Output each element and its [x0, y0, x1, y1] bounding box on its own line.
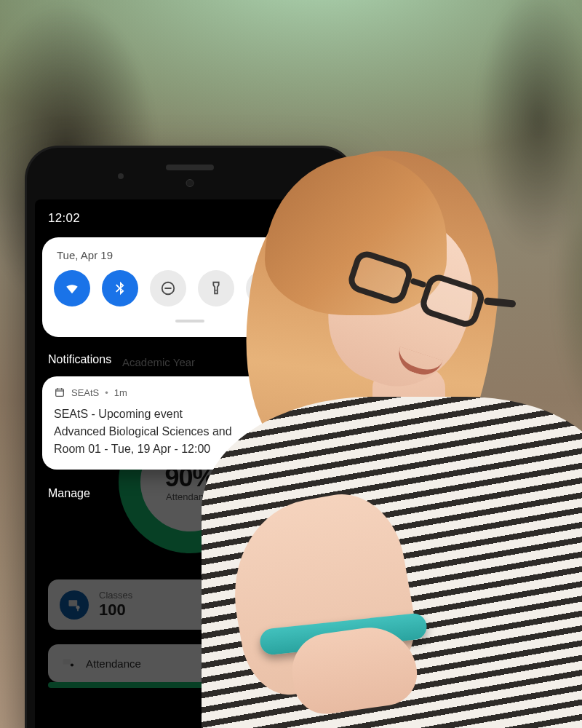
wifi-status-icon: [295, 250, 307, 261]
quick-settings-panel[interactable]: Tue, Apr 19: [42, 237, 338, 337]
notifications-section-label: Notifications: [35, 337, 345, 372]
svg-rect-2: [77, 609, 79, 611]
classes-value: 100: [99, 601, 132, 620]
auto-rotate-icon: [256, 280, 272, 296]
today-card: To: [239, 579, 332, 630]
phone-speaker: [166, 165, 214, 170]
cellular-status-icon: [311, 250, 323, 261]
notification-line-3: Room 01 - Tue, 19 Apr - 12:00: [54, 440, 326, 458]
manage-notifications-button[interactable]: Manage: [35, 470, 345, 500]
phone-camera: [186, 179, 194, 187]
notification-app-name: SEAtS: [71, 387, 99, 398]
attendance-bar-icon: [61, 656, 76, 670]
attendance-bar-track: [48, 682, 332, 688]
attendance-bar: Attendance 90%: [48, 644, 332, 682]
do-not-disturb-icon: [160, 280, 176, 296]
qs-tile-bluetooth[interactable]: [102, 270, 138, 306]
classes-label: Classes: [99, 590, 132, 601]
wifi-icon: [64, 280, 80, 296]
svg-rect-8: [56, 389, 64, 396]
shade-drag-handle[interactable]: [175, 320, 204, 323]
quick-settings-date: Tue, Apr 19: [57, 249, 113, 261]
notification-age: 1m: [114, 387, 127, 398]
classes-icon: [60, 590, 89, 620]
phone-sensor: [118, 173, 124, 179]
notification-line-1: SEAtS - Upcoming event: [54, 405, 326, 423]
status-icons: [295, 250, 323, 261]
bluetooth-icon: [112, 280, 128, 296]
notification-line-2: Advanced Biological Sciences and: [54, 423, 326, 440]
svg-point-7: [215, 290, 217, 291]
notification-shade[interactable]: 12:02 Tue, Apr 19: [35, 199, 345, 500]
svg-point-4: [71, 663, 73, 666]
classes-card: Classes 100: [48, 579, 226, 630]
svg-rect-3: [63, 659, 71, 665]
notification-card[interactable]: SEAtS • 1m SEAtS - Upcoming event Advanc…: [42, 376, 338, 470]
flashlight-icon: [208, 280, 224, 296]
qs-tile-wifi[interactable]: [54, 270, 90, 306]
attendance-bar-value: 90%: [297, 657, 319, 670]
svg-rect-0: [69, 600, 78, 606]
calendar-icon: [54, 387, 65, 398]
qs-tile-dnd[interactable]: [150, 270, 186, 306]
phone-screen: Academic Year 90% Attendance Classes: [35, 199, 345, 728]
status-bar-time: 12:02: [35, 199, 345, 230]
notification-separator: •: [105, 387, 108, 398]
today-label: To: [250, 599, 260, 610]
phone-frame: Academic Year 90% Attendance Classes: [25, 146, 355, 728]
qs-tile-flashlight[interactable]: [198, 270, 234, 306]
attendance-bar-label: Attendance: [86, 657, 141, 670]
qs-tile-autorotate[interactable]: [246, 270, 282, 306]
